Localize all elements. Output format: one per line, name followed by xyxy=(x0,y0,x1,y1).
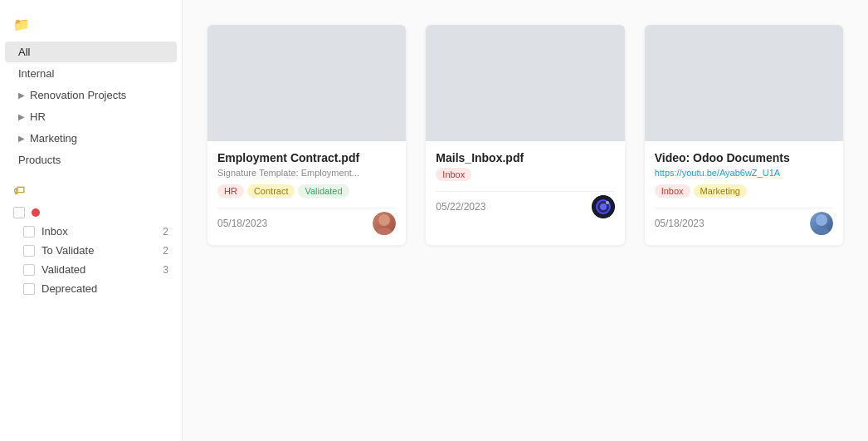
card-title: Employment Contract.pdf xyxy=(217,151,396,164)
card-link[interactable]: https://youtu.be/Ayab6wZ_U1A xyxy=(655,168,833,178)
card-body: Mails_Inbox.pdfInbox05/22/2023 xyxy=(426,141,624,228)
filter-label-to-validate: To Validate xyxy=(41,244,94,257)
card-footer: 05/22/2023 xyxy=(436,191,614,218)
filter-label-validated: Validated xyxy=(41,263,85,276)
status-checkbox[interactable] xyxy=(13,207,25,218)
sidebar-item-all[interactable]: All xyxy=(5,42,177,62)
svg-point-6 xyxy=(816,214,827,226)
filter-label-deprecated: Deprecated xyxy=(41,282,97,295)
sidebar-item-label: HR xyxy=(30,110,46,123)
card-card1[interactable]: Employment Contract.pdfSignature Templat… xyxy=(207,25,406,245)
card-date: 05/18/2023 xyxy=(217,218,267,229)
filter-checkbox-deprecated[interactable] xyxy=(23,283,35,295)
sidebar-item-renovation[interactable]: ▶Renovation Projects xyxy=(5,85,177,105)
sidebar-item-label: Products xyxy=(18,154,61,166)
svg-point-0 xyxy=(378,214,390,226)
svg-point-1 xyxy=(376,228,393,235)
filters-container: Inbox2To Validate2Validated3Deprecated xyxy=(0,222,182,298)
filter-label-inbox: Inbox xyxy=(41,225,68,238)
card-body: Video: Odoo Documentshttps://youtu.be/Ay… xyxy=(645,141,843,245)
filter-checkbox-to-validate[interactable] xyxy=(23,245,35,257)
avatar-circle xyxy=(810,212,833,235)
filter-count-inbox: 2 xyxy=(163,226,168,238)
tag-validated: Validated xyxy=(298,184,349,198)
card-title: Mails_Inbox.pdf xyxy=(436,151,614,164)
card-tags: InboxMarketing xyxy=(655,184,833,198)
avatar xyxy=(373,212,396,235)
sidebar-nav: AllInternal▶Renovation Projects▶HR▶Marke… xyxy=(0,42,182,170)
tags-section: 🏷 Inbox2To Validate2Validated3Deprecated xyxy=(0,184,182,298)
sidebar-item-products[interactable]: Products xyxy=(5,149,177,170)
filter-item-validated[interactable]: Validated3 xyxy=(0,260,182,279)
filter-count-validated: 3 xyxy=(163,264,168,276)
filter-item-to-validate[interactable]: To Validate2 xyxy=(0,241,182,260)
filter-count-to-validate: 2 xyxy=(163,245,168,257)
card-date: 05/22/2023 xyxy=(436,201,485,213)
tags-header: 🏷 xyxy=(0,184,182,203)
svg-point-4 xyxy=(600,203,607,210)
filter-item-inbox[interactable]: Inbox2 xyxy=(0,222,182,241)
sidebar-item-label: All xyxy=(18,46,30,58)
arrow-icon: ▶ xyxy=(18,134,25,143)
sidebar-item-label: Internal xyxy=(18,67,54,80)
sidebar-item-label: Marketing xyxy=(30,132,77,145)
main-content: Employment Contract.pdfSignature Templat… xyxy=(183,0,868,441)
arrow-icon: ▶ xyxy=(18,112,25,121)
filter-checkbox-inbox[interactable] xyxy=(23,226,35,238)
status-row xyxy=(0,203,182,222)
card-footer: 05/18/2023 xyxy=(217,208,396,235)
card-tags: HRContractValidated xyxy=(217,184,396,198)
avatar-circle xyxy=(373,212,396,235)
arrow-icon: ▶ xyxy=(18,91,25,100)
tag-icon: 🏷 xyxy=(13,184,26,197)
card-subtitle: Signature Template: Employment... xyxy=(217,168,396,178)
sidebar-item-internal[interactable]: Internal xyxy=(5,63,177,84)
avatar xyxy=(810,212,833,235)
sidebar-item-label: Renovation Projects xyxy=(30,89,126,101)
sidebar-item-hr[interactable]: ▶HR xyxy=(5,106,177,127)
card-body: Employment Contract.pdfSignature Templat… xyxy=(207,141,406,245)
card-card2[interactable]: Mails_Inbox.pdfInbox05/22/2023 xyxy=(426,25,624,245)
avatar xyxy=(592,195,615,218)
card-thumbnail xyxy=(645,25,843,141)
card-title: Video: Odoo Documents xyxy=(655,151,833,164)
tag-inbox: Inbox xyxy=(655,184,690,198)
tag-inbox: Inbox xyxy=(436,168,471,181)
card-card3[interactable]: Video: Odoo Documentshttps://youtu.be/Ay… xyxy=(645,25,843,245)
sidebar: 📁 AllInternal▶Renovation Projects▶HR▶Mar… xyxy=(0,0,183,441)
card-footer: 05/18/2023 xyxy=(655,208,833,235)
workspace-header: 📁 xyxy=(0,17,182,41)
status-dot xyxy=(32,208,40,217)
tag-contract: Contract xyxy=(247,184,295,198)
card-thumbnail xyxy=(426,25,624,141)
workspace-folder-icon: 📁 xyxy=(13,17,31,32)
sidebar-item-marketing[interactable]: ▶Marketing xyxy=(5,128,177,149)
tag-marketing: Marketing xyxy=(694,184,747,198)
tag-hr: HR xyxy=(217,184,244,198)
filter-checkbox-validated[interactable] xyxy=(23,264,35,276)
avatar-circle xyxy=(592,195,615,218)
card-date: 05/18/2023 xyxy=(655,218,705,229)
svg-point-7 xyxy=(813,228,830,235)
cards-grid: Employment Contract.pdfSignature Templat… xyxy=(207,25,843,245)
card-tags: Inbox xyxy=(436,168,614,181)
card-thumbnail xyxy=(207,25,406,141)
svg-point-5 xyxy=(606,201,609,204)
filter-item-deprecated[interactable]: Deprecated xyxy=(0,279,182,298)
